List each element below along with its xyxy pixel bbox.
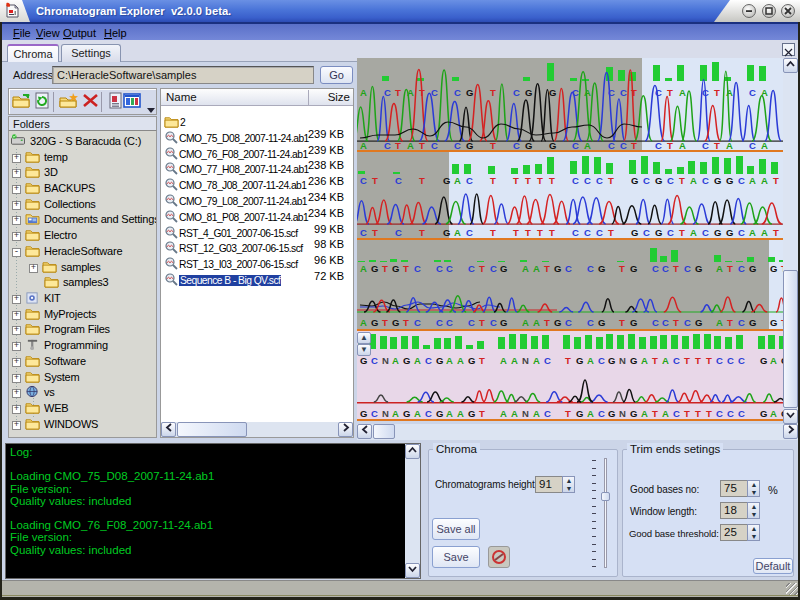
svg-text:G: G — [630, 355, 637, 366]
svg-text:T: T — [684, 408, 690, 419]
svg-text:C: C — [667, 227, 674, 238]
svg-text:C: C — [738, 408, 745, 419]
svg-text:G: G — [371, 263, 378, 274]
svg-text:N: N — [522, 408, 529, 419]
svg-text:A: A — [587, 355, 594, 366]
svg-text:G: G — [392, 317, 399, 328]
svg-text:C: C — [702, 227, 709, 238]
svg-text:C: C — [572, 140, 579, 151]
svg-text:A: A — [457, 408, 464, 419]
svg-text:G: G — [655, 227, 662, 238]
svg-text:T: T — [549, 227, 555, 238]
svg-text:C: C — [572, 227, 579, 238]
svg-text:T: T — [667, 87, 673, 98]
svg-text:C: C — [749, 87, 756, 98]
svg-text:C: C — [598, 355, 605, 366]
svg-text:G: G — [695, 317, 702, 328]
svg-text:A: A — [533, 408, 540, 419]
svg-text:C: C — [727, 355, 734, 366]
svg-text:C: C — [490, 263, 497, 274]
svg-text:C: C — [738, 227, 745, 238]
svg-text:T: T — [544, 263, 550, 274]
svg-text:C: C — [643, 175, 650, 186]
svg-text:C: C — [716, 408, 723, 419]
svg-text:T: T — [706, 355, 712, 366]
svg-text:A: A — [446, 355, 453, 366]
svg-text:G: G — [468, 355, 475, 366]
svg-text:C: C — [620, 140, 627, 151]
svg-text:T: T — [673, 317, 679, 328]
svg-text:G: G — [360, 355, 367, 366]
svg-text:G: G — [443, 175, 450, 186]
svg-text:G: G — [631, 227, 638, 238]
svg-text:T: T — [706, 408, 712, 419]
svg-text:T: T — [419, 140, 425, 151]
svg-text:A: A — [533, 263, 540, 274]
svg-text:C: C — [371, 355, 378, 366]
svg-text:C: C — [655, 140, 662, 151]
svg-text:G: G — [630, 263, 637, 274]
svg-text:T: T — [513, 175, 519, 186]
svg-text:G: G — [443, 227, 450, 238]
svg-text:C: C — [620, 87, 627, 98]
svg-text:C: C — [667, 175, 674, 186]
svg-text:C: C — [608, 140, 615, 151]
svg-text:A: A — [511, 408, 518, 419]
svg-text:A: A — [584, 140, 591, 151]
svg-text:C: C — [598, 408, 605, 419]
svg-text:A: A — [392, 408, 399, 419]
svg-text:C: C — [360, 175, 367, 186]
svg-text:T: T — [525, 227, 531, 238]
svg-text:T: T — [479, 408, 485, 419]
svg-text:A: A — [414, 355, 421, 366]
svg-text:C: C — [431, 87, 438, 98]
svg-text:C: C — [749, 140, 756, 151]
svg-text:T: T — [679, 175, 685, 186]
svg-text:A: A — [761, 227, 768, 238]
svg-text:T: T — [565, 355, 571, 366]
svg-text:A: A — [584, 87, 591, 98]
svg-text:C: C — [727, 408, 734, 419]
svg-text:G: G — [525, 87, 532, 98]
svg-text:C: C — [587, 317, 594, 328]
svg-text:G: G — [403, 355, 410, 366]
svg-text:C: C — [673, 355, 680, 366]
svg-text:A: A — [770, 408, 777, 419]
svg-text:G: G — [436, 408, 443, 419]
svg-text:A: A — [454, 227, 461, 238]
svg-text:T: T — [608, 175, 614, 186]
svg-text:C: C — [702, 140, 709, 151]
svg-text:C: C — [584, 175, 591, 186]
svg-text:T: T — [403, 263, 409, 274]
svg-text:T: T — [714, 140, 720, 151]
svg-text:A: A — [761, 140, 768, 151]
svg-text:G: G — [525, 140, 532, 151]
svg-text:T: T — [419, 175, 425, 186]
svg-text:C: C — [454, 140, 461, 151]
svg-text:C: C — [395, 227, 402, 238]
svg-text:T: T — [544, 317, 550, 328]
svg-text:G: G — [468, 408, 475, 419]
svg-text:N: N — [382, 408, 389, 419]
svg-text:C: C — [395, 175, 402, 186]
svg-text:G: G — [549, 140, 556, 151]
svg-text:C: C — [652, 263, 659, 274]
svg-text:G: G — [500, 317, 507, 328]
svg-text:A: A — [716, 263, 723, 274]
svg-text:G: G — [695, 263, 702, 274]
svg-text:A: A — [690, 227, 697, 238]
svg-text:T: T — [727, 317, 733, 328]
svg-text:A: A — [392, 355, 399, 366]
svg-text:C: C — [468, 317, 475, 328]
svg-text:C: C — [662, 263, 669, 274]
svg-text:A: A — [587, 408, 594, 419]
svg-text:G: G — [436, 355, 443, 366]
svg-text:T: T — [608, 227, 614, 238]
svg-text:A: A — [662, 355, 669, 366]
svg-text:T: T — [382, 317, 388, 328]
svg-text:C: C — [587, 263, 594, 274]
svg-text:C: C — [436, 263, 443, 274]
svg-text:G: G — [554, 317, 561, 328]
svg-text:T: T — [372, 175, 378, 186]
svg-text:T: T — [479, 263, 485, 274]
